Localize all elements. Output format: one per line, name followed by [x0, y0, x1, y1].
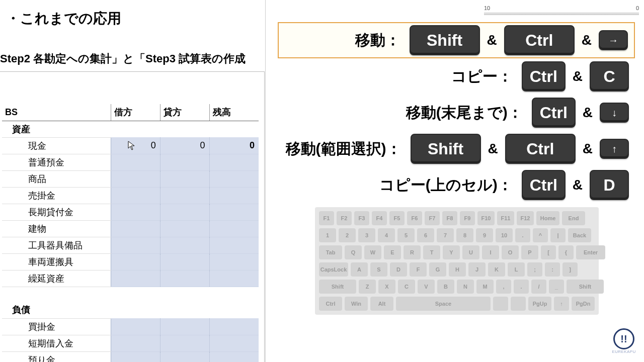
cell-credit[interactable]	[160, 351, 209, 362]
col-balance: 残高	[209, 104, 259, 121]
ampersand: &	[488, 141, 498, 157]
kbd-key	[493, 297, 508, 311]
logo-text: EUREKAPU	[612, 349, 636, 354]
shortcut-block: 移動：Shift&Ctrl&→コピー：Ctrl&C移動(末尾まで)：Ctrl&↓…	[278, 22, 635, 203]
kbd-key: CapsLock	[319, 262, 348, 277]
shortcut-label: 移動：	[355, 30, 400, 51]
table-row[interactable]: 商品	[2, 170, 259, 187]
table-row[interactable]: 工具器具備品	[2, 237, 259, 253]
cell-debit[interactable]	[111, 318, 160, 335]
key-d: D	[590, 170, 629, 200]
cell-debit[interactable]	[111, 170, 160, 187]
logo-mark: !!	[613, 328, 634, 349]
kbd-key: F10	[477, 211, 495, 225]
cell-credit[interactable]	[160, 204, 209, 220]
cell-balance[interactable]	[209, 335, 259, 351]
kbd-key: 8	[456, 228, 473, 242]
cell-credit[interactable]: 0	[160, 137, 209, 154]
cell-balance[interactable]	[209, 237, 259, 253]
cell-credit[interactable]	[160, 170, 209, 187]
table-row[interactable]: 車両運搬具	[2, 253, 259, 270]
bs-label: BS	[2, 104, 111, 121]
cell-credit[interactable]	[160, 335, 209, 351]
row-name: 預り金	[2, 351, 111, 362]
cell-balance[interactable]	[209, 351, 259, 362]
table-row[interactable]: 売掛金	[2, 187, 259, 204]
table-row[interactable]: 現金000	[2, 137, 259, 154]
col-debit: 借方	[111, 104, 160, 121]
kbd-key: Alt	[370, 297, 393, 311]
cell-credit[interactable]	[160, 253, 209, 270]
cell-credit[interactable]	[160, 154, 209, 170]
key-↓: ↓	[600, 103, 629, 123]
row-name: 繰延資産	[2, 270, 111, 287]
table-row[interactable]: 長期貸付金	[2, 204, 259, 220]
kbd-key: O	[502, 245, 519, 259]
kbd-key: N	[457, 280, 474, 294]
key-ctrl: Ctrl	[532, 98, 576, 128]
cell-balance[interactable]	[209, 187, 259, 204]
table-row[interactable]: 短期借入金	[2, 335, 259, 351]
ampersand: &	[582, 32, 592, 48]
cell-balance[interactable]	[209, 253, 259, 270]
cell-credit[interactable]	[160, 318, 209, 335]
cell-debit[interactable]	[111, 270, 160, 287]
cell-debit[interactable]	[111, 253, 160, 270]
table-row[interactable]: 買掛金	[2, 318, 259, 335]
cell-credit[interactable]	[160, 237, 209, 253]
kbd-key: D	[390, 262, 407, 277]
kbd-key: F12	[517, 211, 534, 225]
kbd-key: Shift	[319, 280, 356, 294]
kbd-key: J	[468, 262, 486, 277]
table-row[interactable]: 繰延資産	[2, 270, 259, 287]
cell-debit[interactable]	[111, 220, 160, 237]
kbd-key: U	[462, 245, 479, 259]
row-name: 現金	[2, 137, 111, 154]
kbd-key: F3	[354, 211, 369, 225]
kbd-key: H	[449, 262, 466, 277]
kbd-key: Back	[568, 228, 591, 242]
kbd-key: Win	[345, 297, 368, 311]
cell-balance[interactable]	[209, 270, 259, 287]
cell-balance[interactable]: 0	[209, 137, 259, 154]
kbd-key: Z	[359, 280, 376, 294]
cell-debit[interactable]	[111, 237, 160, 253]
cell-credit[interactable]	[160, 220, 209, 237]
cell-debit[interactable]: 0	[111, 137, 160, 154]
bs-frame: BS 借方 貸方 残高 資産現金000普通預金商品売掛金長期貸付金建物工具器具備…	[0, 71, 265, 362]
cell-credit[interactable]	[160, 187, 209, 204]
table-row[interactable]: 建物	[2, 220, 259, 237]
kbd-row: F1F2F3F4F5F6F7F8F9F10F11F12HomeEnd	[319, 211, 595, 225]
kbd-key: G	[429, 262, 446, 277]
cell-debit[interactable]	[111, 351, 160, 362]
cell-debit[interactable]	[111, 204, 160, 220]
kbd-row: 12345678910.^|Back	[319, 228, 595, 242]
cell-balance[interactable]	[209, 204, 259, 220]
shortcut-row: 移動(範囲選択)：Shift&Ctrl&↑	[278, 131, 635, 167]
shortcut-row: コピー：Ctrl&C	[278, 58, 635, 95]
cell-debit[interactable]	[111, 187, 160, 204]
kbd-key: PgUp	[528, 297, 551, 311]
kbd-key: ;	[527, 262, 542, 277]
cell-debit[interactable]	[111, 335, 160, 351]
key-ctrl: Ctrl	[522, 170, 566, 200]
cell-credit[interactable]	[160, 270, 209, 287]
cell-debit[interactable]	[111, 154, 160, 170]
ampersand: &	[583, 141, 593, 157]
kbd-key: C	[398, 280, 415, 294]
row-name: 車両運搬具	[2, 253, 111, 270]
kbd-key: [	[541, 245, 556, 259]
table-row[interactable]: 普通預金	[2, 154, 259, 170]
key-c: C	[590, 61, 629, 92]
kbd-key: ]	[562, 262, 578, 277]
kbd-key: 10	[496, 228, 513, 242]
cell-balance[interactable]	[209, 220, 259, 237]
kbd-key: 6	[417, 228, 434, 242]
key-ctrl: Ctrl	[522, 61, 566, 92]
ruler-right: 0	[636, 5, 639, 11]
cell-balance[interactable]	[209, 170, 259, 187]
table-row[interactable]: 預り金	[2, 351, 259, 362]
cell-balance[interactable]	[209, 318, 259, 335]
cell-balance[interactable]	[209, 154, 259, 170]
key-→: →	[599, 30, 628, 50]
